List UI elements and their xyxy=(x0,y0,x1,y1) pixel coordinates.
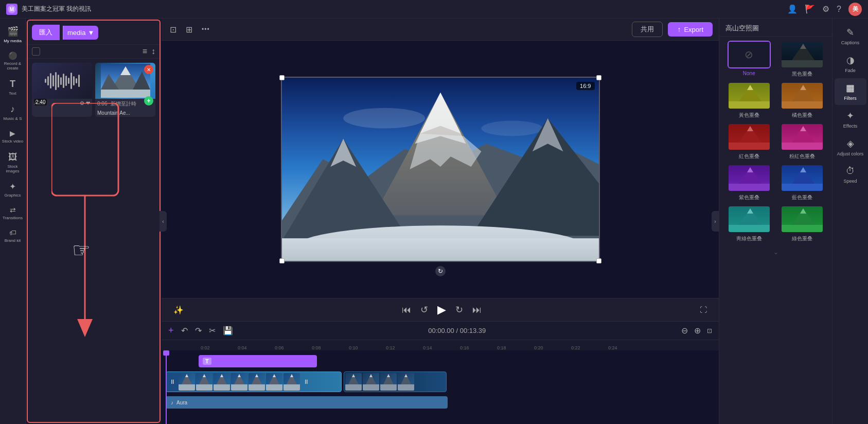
filters-grid: ⊘ None 黑色重叠 黃色重叠 xyxy=(719,37,832,246)
replay-5s-button[interactable]: ↺ xyxy=(419,303,430,317)
collapse-panel-button[interactable]: ‹ xyxy=(160,211,167,232)
filter-pink-thumb xyxy=(781,123,824,151)
app-logo: M xyxy=(6,4,17,15)
filter-icon[interactable]: ≡ xyxy=(143,47,147,56)
filter-cyan-item[interactable]: 靑綠色重叠 xyxy=(724,205,774,242)
select-all-checkbox[interactable] xyxy=(32,47,40,56)
sidebar-label-my-media: My media xyxy=(4,39,22,43)
sidebar-item-record[interactable]: ⚫ Record & create xyxy=(1,48,25,74)
filter-black-item[interactable]: 黑色重叠 xyxy=(778,41,827,78)
handle-bottom-right[interactable] xyxy=(596,258,601,263)
music-icon: ♪ xyxy=(10,104,15,115)
help-icon[interactable]: ? xyxy=(837,5,841,14)
filter-pink-item[interactable]: 粉紅色重叠 xyxy=(778,123,827,160)
forward-5s-button[interactable]: ↻ xyxy=(454,303,465,317)
redo-button[interactable]: ↷ xyxy=(193,324,203,337)
handle-top-left[interactable] xyxy=(279,75,285,80)
wave-bar xyxy=(63,74,64,88)
graphics-icon: ✦ xyxy=(9,182,16,191)
save-button[interactable]: 💾 xyxy=(221,324,235,337)
media-item-aura[interactable]: 2:40 Aura ⚙ ❤ xyxy=(32,63,92,117)
svg-rect-94 xyxy=(729,206,771,233)
media-dropdown[interactable]: media ▼ xyxy=(63,26,98,40)
profile-icon[interactable]: 👤 xyxy=(787,4,798,14)
filter-blue-item[interactable]: 藍色重叠 xyxy=(778,164,827,201)
speed-button[interactable]: ⏱ Speed xyxy=(835,162,866,188)
go-to-end-button[interactable]: ⏭ xyxy=(471,303,483,317)
filter-red-item[interactable]: 紅色重叠 xyxy=(724,123,774,160)
filter-green-item[interactable]: 綠色重叠 xyxy=(778,205,827,242)
film-frame xyxy=(284,373,300,391)
speed-icon: ⏱ xyxy=(846,166,855,176)
sidebar-item-transitions[interactable]: ⇄ Transitions xyxy=(1,203,25,223)
media-item-mountain[interactable]: ✕ + 0:06 新增至計時 Mountain Ae... xyxy=(95,63,155,117)
fullscreen-button[interactable]: ⛶ xyxy=(698,304,708,315)
text-track-clip[interactable]: T xyxy=(199,355,317,367)
flag-icon[interactable]: 🚩 xyxy=(805,4,815,14)
center-area: ⊡ ⊞ ••• 共用 ↑ Export xyxy=(162,19,719,424)
undo-button[interactable]: ↶ xyxy=(180,324,189,337)
media-panel-header: 匯入 media ▼ xyxy=(28,21,160,45)
ruler-mark-002: 0:02 xyxy=(201,345,210,350)
crop-button[interactable]: ⊡ xyxy=(168,23,179,37)
svg-rect-30 xyxy=(214,384,230,391)
layout-button[interactable]: ⊞ xyxy=(184,23,194,37)
sidebar-item-brand-kit[interactable]: 🏷 Brand kit xyxy=(1,225,25,246)
audio-track-clip[interactable]: ♪ Aura xyxy=(166,396,448,409)
settings-icon[interactable]: ⚙ xyxy=(822,4,829,14)
sort-icon[interactable]: ↕ xyxy=(151,47,155,56)
filter-red-thumb xyxy=(728,123,771,151)
clip-pause-icon: ⏸ xyxy=(167,378,178,385)
video-clip-2[interactable] xyxy=(344,372,447,392)
filter-orange-item[interactable]: 橘色重叠 xyxy=(778,82,827,119)
film-strip-2 xyxy=(344,372,415,392)
add-to-timeline-button[interactable]: + xyxy=(144,96,153,105)
pb-left: ✨ xyxy=(172,304,185,316)
go-to-start-button[interactable]: ⏮ xyxy=(400,303,413,317)
zoom-out-button[interactable]: ⊖ xyxy=(680,324,689,337)
sidebar-label-text: Text xyxy=(9,91,16,96)
video-duration: 0:06 xyxy=(97,101,107,107)
filter-purple-thumb xyxy=(728,164,771,192)
svg-marker-23 xyxy=(185,374,188,377)
effects-icon: ✦ xyxy=(846,110,854,121)
sidebar-item-stock-images[interactable]: 🖼 Stock images xyxy=(1,149,25,176)
delete-badge[interactable]: ✕ xyxy=(144,65,153,74)
handle-bottom-left[interactable] xyxy=(279,258,285,263)
effects-button[interactable]: ✦ Effects xyxy=(835,106,866,133)
filters-button[interactable]: ▦ Filters xyxy=(835,78,866,105)
video-clip-1[interactable]: ⏸ xyxy=(166,372,342,392)
play-button[interactable]: ▶ xyxy=(436,302,448,318)
fade-button[interactable]: ◑ Fade xyxy=(835,50,866,77)
sidebar-item-stock-video[interactable]: ▶ Stock video xyxy=(1,126,25,147)
filter-purple-label: 紫色重叠 xyxy=(739,194,759,201)
more-options-button[interactable]: ••• xyxy=(200,24,212,35)
filter-yellow-item[interactable]: 黃色重叠 xyxy=(724,82,774,119)
add-track-button[interactable]: + xyxy=(167,324,175,338)
adjust-colors-button[interactable]: ◈ Adjust colors xyxy=(835,134,866,161)
magic-edit-button[interactable]: ✨ xyxy=(172,304,185,316)
filters-panel-title: 高山空照圖 xyxy=(719,19,832,37)
rotate-handle[interactable]: ↻ xyxy=(435,266,446,276)
zoom-in-button[interactable]: ⊕ xyxy=(693,324,702,337)
svg-text:M: M xyxy=(10,7,14,12)
wave-bar xyxy=(58,75,59,87)
sidebar-item-text[interactable]: T Text xyxy=(1,76,25,99)
fit-button[interactable]: ⊡ xyxy=(705,326,714,336)
import-button[interactable]: 匯入 xyxy=(32,25,60,40)
filter-purple-item[interactable]: 紫色重叠 xyxy=(724,164,774,201)
stock-images-icon: 🖼 xyxy=(8,152,17,163)
sidebar-item-music[interactable]: ♪ Music & S xyxy=(1,101,25,124)
filter-none-item[interactable]: ⊘ None xyxy=(724,41,774,78)
avatar[interactable]: 美 xyxy=(848,3,862,16)
sidebar-item-my-media[interactable]: 🎬 My media xyxy=(1,23,25,46)
sidebar-item-graphics[interactable]: ✦ Graphics xyxy=(1,179,25,201)
filter-yellow-label: 黃色重叠 xyxy=(739,112,759,119)
wave-bar xyxy=(73,76,75,85)
pb-right: ⛶ xyxy=(698,304,708,315)
cut-button[interactable]: ✂ xyxy=(207,324,217,337)
export-button[interactable]: ↑ Export xyxy=(668,22,713,37)
captions-button[interactable]: ✎ Captions xyxy=(835,23,866,49)
handle-top-right[interactable] xyxy=(596,75,601,80)
share-button[interactable]: 共用 xyxy=(632,22,663,37)
